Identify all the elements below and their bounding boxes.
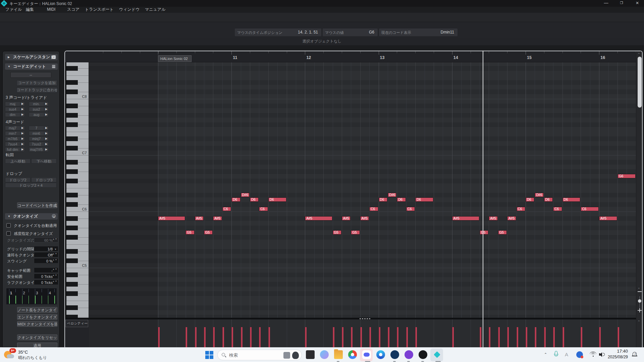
black-key[interactable] [66,235,78,240]
midi-note[interactable]: D6 [415,197,433,202]
black-key[interactable] [66,193,78,197]
black-key[interactable] [66,136,78,141]
chord-button-min7[interactable]: min7▶ [5,131,25,136]
velocity-bar[interactable] [388,327,389,347]
menu-3[interactable]: スコア [67,7,79,13]
midi-note[interactable]: C6 [406,207,415,211]
velocity-bar[interactable] [222,327,224,347]
drop-button-0[interactable]: ドロップ2 [5,177,31,182]
chord-play-icon[interactable]: ▶ [20,113,24,117]
part-name-label[interactable]: HALion Sonic 02 [158,55,192,62]
midi-note[interactable]: A#5 [305,216,332,221]
black-key[interactable] [66,282,78,287]
velocity-lane[interactable]: ベロシティー [65,319,643,347]
chord-button-dim[interactable]: dim▶ [5,112,25,117]
chord-button-sus2[interactable]: sus2▶ [29,107,49,112]
black-key[interactable] [66,249,78,254]
quantize-action2-0[interactable]: クオンタイズをリセット [17,335,57,340]
menu-4[interactable]: トランスポート [85,7,114,13]
midi-note[interactable]: G5 [351,230,360,235]
velocity-bar[interactable] [195,327,197,347]
chord-button-full dim[interactable]: full dim▶ [5,147,25,152]
midi-note[interactable]: D#6 [388,193,396,197]
black-key[interactable] [66,305,78,310]
velocity-bar[interactable] [342,327,343,347]
chord-play-icon[interactable]: ▶ [44,107,48,111]
black-key[interactable] [66,315,78,318]
quantize-checkbox-0[interactable] [6,223,11,228]
menu-2[interactable]: MIDI [47,7,55,13]
black-key[interactable] [66,146,78,150]
chord-play-icon[interactable]: ▶ [20,137,24,141]
chord-button-m7/b5[interactable]: m7/b5▶ [5,136,25,141]
velocity-bar[interactable] [231,327,233,347]
velocity-bar[interactable] [452,327,454,347]
chord-play-icon[interactable]: ▶ [44,126,48,130]
velocity-bar[interactable] [333,327,334,347]
velocity-bar[interactable] [599,327,601,347]
black-key[interactable] [66,202,78,207]
midi-note[interactable]: G5 [333,230,341,235]
velocity-bar[interactable] [360,327,362,347]
midi-note[interactable]: A#5 [195,216,204,221]
windows-start-button[interactable] [205,351,214,359]
velocity-bar[interactable] [415,327,417,347]
taskbar-search[interactable]: 検索 [217,350,302,360]
velocity-bar[interactable] [369,327,371,347]
taskbar-app-photos[interactable] [306,350,315,359]
lane-scroll-up[interactable]: ⌃ [638,320,640,323]
midi-note[interactable]: C6 [369,207,378,211]
black-key[interactable] [66,169,78,174]
chord-button-7sus4[interactable]: 7sus4▶ [5,142,25,146]
velocity-bar[interactable] [581,327,582,347]
tray-chevron-icon[interactable]: ⌃ [544,352,549,357]
chord-button-7sus2[interactable]: 7sus2▶ [29,142,49,146]
chord-play-icon[interactable]: ▶ [44,137,48,141]
chord-play-icon[interactable]: ▶ [44,102,48,106]
chord-play-icon[interactable]: ▶ [20,142,24,146]
midi-note[interactable]: G5 [204,230,213,235]
velocity-bar[interactable] [185,327,187,347]
velocity-bar[interactable] [544,327,546,347]
velocity-bar[interactable] [535,327,536,347]
chord-button-minj7[interactable]: minj7▶ [29,136,49,141]
midi-note[interactable]: C6 [222,207,231,211]
velocity-bar[interactable] [517,327,518,347]
quantize-row-box-1[interactable]: 1/8▼ [34,246,58,251]
tray-ime-icon[interactable]: A [565,352,568,357]
velocity-bar[interactable] [406,327,408,347]
velocity-bar[interactable] [498,327,500,347]
ruler[interactable]: 111213141516HALion Sonic 02▼ [65,51,643,62]
tray-mic-icon[interactable] [554,351,558,358]
midi-note[interactable]: C6 [553,207,562,211]
quantize-row-box-4[interactable]: -▲ ▼ [34,267,58,273]
midi-note[interactable]: A#5 [599,216,617,221]
chord-button-maj[interactable]: maj▶ [5,102,25,106]
quantize-row-box-0[interactable]: 60 %▲ ▼ [34,237,58,243]
chord-play-icon[interactable]: ▶ [20,147,24,152]
midi-note[interactable]: D6 [397,197,406,202]
black-key[interactable] [66,89,78,94]
quantize-row-box-5[interactable]: 0 Ticks▲ ▼ [34,274,58,279]
black-key[interactable] [66,104,78,108]
black-key[interactable] [66,273,78,277]
midi-note[interactable]: D6 [268,197,286,202]
note-grid[interactable]: A#5G5A#5G5A#5C6D6D#6D6C6D6A#5G5A#5G5A#5C… [89,62,636,318]
black-key[interactable] [66,258,78,263]
taskbar-app-edge[interactable] [376,350,385,359]
chord-play-icon[interactable]: ▶ [44,131,48,135]
scroll-down-arrow[interactable]: ⌄ [638,286,640,289]
velocity-bar[interactable] [158,327,160,347]
inversion-button-1[interactable]: 下へ移動 [31,159,57,164]
chord-button-aug[interactable]: aug▶ [29,112,49,117]
velocity-bar[interactable] [562,327,564,347]
black-key[interactable] [66,160,78,165]
chord-play-icon[interactable]: ▶ [20,126,24,130]
velocity-bar[interactable] [250,327,252,347]
quantize-row-box-6[interactable]: 0 Ticks▲ ▼ [34,280,58,285]
zoom-minus[interactable] [638,291,642,292]
velocity-bar[interactable] [618,327,619,347]
menu-6[interactable]: マニュアル [145,7,165,13]
midi-note[interactable]: C6 [259,207,268,211]
section-header-chord-edit[interactable]: ▼コードエディット [5,63,58,70]
